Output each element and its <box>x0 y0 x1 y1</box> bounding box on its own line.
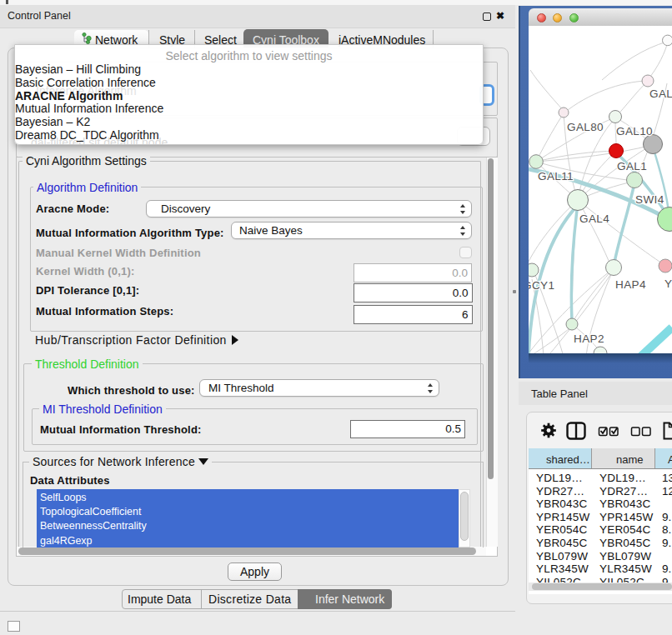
svg-text:GAL4: GAL4 <box>579 212 609 225</box>
svg-text:Y: Y <box>664 278 672 290</box>
svg-text:HAP4: HAP4 <box>615 278 646 291</box>
svg-text:SWI4: SWI4 <box>635 193 664 206</box>
svg-text:GAL: GAL <box>649 88 672 100</box>
svg-text:GAL80: GAL80 <box>567 121 604 133</box>
svg-text:HAP2: HAP2 <box>574 332 604 345</box>
svg-text:GAL1: GAL1 <box>617 160 647 172</box>
svg-text:GAL11: GAL11 <box>538 170 574 182</box>
svg-text:GCY1: GCY1 <box>529 279 554 292</box>
svg-text:GAL10: GAL10 <box>616 125 653 138</box>
